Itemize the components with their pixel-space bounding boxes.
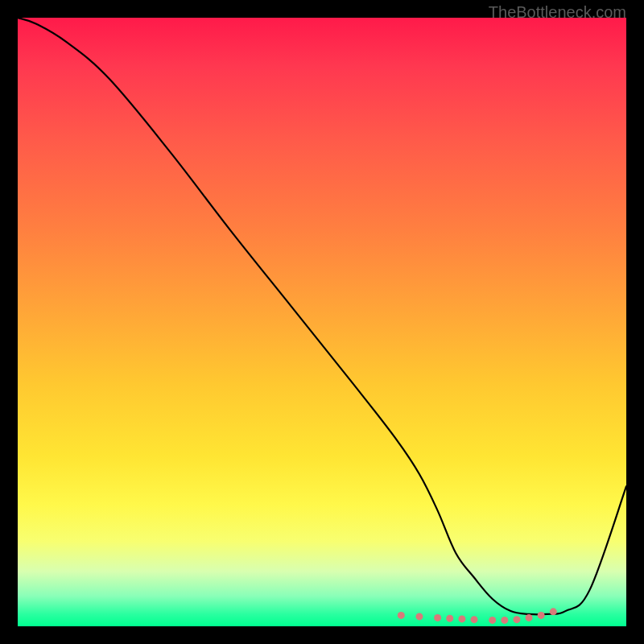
plot-area bbox=[18, 18, 626, 626]
marker-dot bbox=[501, 617, 508, 624]
watermark-text: TheBottleneck.com bbox=[489, 3, 626, 22]
curve-markers bbox=[398, 608, 557, 624]
chart-svg bbox=[18, 18, 626, 626]
marker-dot bbox=[458, 615, 465, 622]
marker-dot bbox=[538, 612, 545, 619]
marker-dot bbox=[471, 616, 478, 623]
marker-dot bbox=[398, 612, 405, 619]
marker-dot bbox=[434, 614, 441, 621]
bottleneck-curve bbox=[18, 18, 626, 614]
marker-dot bbox=[513, 616, 520, 623]
marker-dot bbox=[526, 614, 533, 621]
marker-dot bbox=[550, 608, 557, 615]
marker-dot bbox=[415, 613, 423, 620]
marker-dot bbox=[446, 615, 453, 622]
marker-dot bbox=[489, 617, 496, 624]
